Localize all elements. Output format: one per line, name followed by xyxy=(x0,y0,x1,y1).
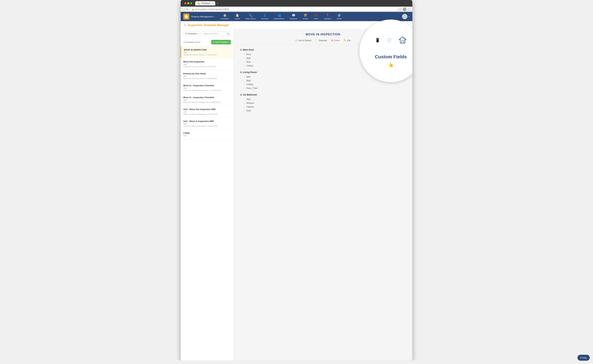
section-header: 3. 1st Bedroom xyxy=(240,93,406,96)
nav-item-assets[interactable]: 📦 Assets xyxy=(300,12,311,21)
dropdown-chevron-icon: ▾ xyxy=(198,33,199,35)
template-item[interactable]: Entered by Fine Home Unit Added By Fine … xyxy=(181,70,233,82)
nav-brand-chevron: ▾ xyxy=(213,16,214,18)
maximize-traffic-light[interactable] xyxy=(190,2,192,4)
edit-button[interactable]: ✏️ Edit xyxy=(344,39,350,42)
user-avatar[interactable] xyxy=(402,14,407,19)
refresh-button[interactable]: ↻ xyxy=(186,8,188,11)
traffic-lights xyxy=(183,1,194,6)
nav-item-leases[interactable]: 📋 Leases xyxy=(232,12,243,21)
bookmark-button[interactable]: ☆ xyxy=(399,8,401,11)
arrow-icon: → xyxy=(243,65,245,67)
help-icon: ℹ xyxy=(580,356,581,359)
item-label: Wall xyxy=(246,98,250,100)
template-item[interactable]: MOVE IN INSPECTION Unit Added By mohsin … xyxy=(181,46,233,58)
house-icon-button[interactable] xyxy=(395,34,410,46)
template-item[interactable]: Move In - Inspection Checklist Unit Adde… xyxy=(181,94,233,106)
use-as-default-button[interactable]: ☐ Use As Default xyxy=(295,39,311,42)
close-traffic-light[interactable] xyxy=(184,2,186,4)
svg-marker-2 xyxy=(399,37,406,43)
search-input[interactable] xyxy=(202,31,231,36)
delete-button[interactable]: 🗑 Delete xyxy=(331,39,340,42)
templates-count: 13 templates found xyxy=(183,41,200,43)
checkbox-icon: ☐ xyxy=(295,39,297,42)
profile-button[interactable] xyxy=(403,7,406,11)
back-button[interactable]: ‹ xyxy=(183,8,183,11)
section-items: →Wall→Window→Cabinet→Door xyxy=(240,98,406,112)
arrow-icon: → xyxy=(243,79,245,82)
nav-label-admin: Admin xyxy=(337,18,342,20)
nav-brand[interactable]: Property Management ▾ xyxy=(191,15,214,18)
right-content: MOVE IN INSPECTION ☐ Use As Default 📄 Du… xyxy=(234,29,412,360)
browser-menu-button[interactable]: ⋮ xyxy=(408,8,410,11)
mobile-icon: 📱 xyxy=(375,38,380,42)
nav-item-accounts[interactable]: 👤 Accounts xyxy=(258,12,271,21)
template-item[interactable]: Unit - Move Out Inspection-2BR Unit Adde… xyxy=(181,106,233,118)
item-label: Cabinet xyxy=(246,106,254,108)
add-template-button[interactable]: + Add Template ▾ xyxy=(211,40,231,45)
add-template-chevron-icon: ▾ xyxy=(228,41,229,43)
list-icon: ☰ xyxy=(184,24,186,27)
mobile-icon-button[interactable]: 📱 xyxy=(372,36,384,45)
template-name: Unit - Move Out Inspection-2BR xyxy=(183,108,231,110)
nav-item-properties[interactable]: 🏠 Properties xyxy=(218,12,232,21)
address-bar-row: ‹ › ↻ 🔒 pm.propspace.com/pm/inspections/… xyxy=(181,6,412,12)
custom-fields-label: Custom Fields xyxy=(375,54,407,59)
arrow-icon: → xyxy=(243,87,245,89)
main-layout: All Templates ▾ 🔍 13 templates found + A… xyxy=(181,29,412,360)
template-item[interactable]: Move In - Inspection Checklist Unit Adde… xyxy=(181,82,233,94)
new-tab-button[interactable]: + xyxy=(215,1,219,5)
template-item[interactable]: Unit - Move In Inspection-2BR Unit Added… xyxy=(181,118,233,130)
tab-favicon: 🏡 xyxy=(198,2,200,5)
help-button[interactable]: ℹ Help xyxy=(577,355,590,360)
template-name: MOVE IN INSPECTION xyxy=(184,49,231,51)
nav-item-work-orders[interactable]: 🔧 Work Orders xyxy=(243,12,258,21)
item-label: Door xyxy=(246,109,251,112)
item-label: Ceiling xyxy=(246,83,253,86)
document-icon-button[interactable]: 📄 xyxy=(384,36,395,45)
template-added: Added By mohsin mohsin on 07/11/2019 xyxy=(183,65,231,68)
duplicate-button[interactable]: 📄 Duplicate xyxy=(315,39,327,42)
top-nav: Property Management ▾ 🏠 Properties 📋 Lea… xyxy=(181,12,412,21)
item-label: Window xyxy=(246,102,254,104)
nav-label-analytics: Analytics xyxy=(324,18,331,20)
nav-item-admin[interactable]: ⚙️ Admin xyxy=(334,12,344,21)
leases-icon: 📋 xyxy=(236,13,239,17)
item-label: Wall xyxy=(246,57,250,59)
nav-item-stakeholders[interactable]: 👥 Stakeholders xyxy=(271,12,287,21)
duplicate-icon: 📄 xyxy=(315,39,318,42)
arrow-icon: → xyxy=(243,102,245,104)
section-item: →Floor / Tiles xyxy=(243,87,406,89)
template-type: Unit xyxy=(183,135,231,137)
section-item: →Door xyxy=(243,109,406,112)
item-label: Bulb xyxy=(246,79,251,82)
work-orders-icon: 🔧 xyxy=(249,13,252,17)
templates-filter-dropdown[interactable]: All Templates ▾ xyxy=(183,31,201,36)
template-type: Unit xyxy=(183,63,231,65)
template-list: MOVE IN INSPECTION Unit Added By mohsin … xyxy=(181,46,233,360)
template-item[interactable]: Move Out Inspection Unit Added By mohsin… xyxy=(181,58,233,70)
nav-item-work[interactable]: 💼 Work xyxy=(311,12,321,21)
template-type: Unit xyxy=(183,123,231,125)
assets-icon: 📦 xyxy=(304,13,307,17)
search-icon[interactable]: 🔍 xyxy=(227,32,229,35)
template-added: Added By Fine Fine Home on 02/04/2019 xyxy=(183,78,231,79)
active-browser-tab[interactable]: 🏡 PropSpace ✕ xyxy=(195,1,215,6)
template-added: Added By mohsin mohsin on 10/11/2019 xyxy=(184,54,231,56)
page-title: Inspection Template Manager xyxy=(188,23,229,27)
tab-close-button[interactable]: ✕ xyxy=(212,2,213,4)
item-label: Floor / Tiles xyxy=(246,87,257,89)
admin-icon: ⚙️ xyxy=(337,13,341,17)
template-added: Added By Marielle Mangaliman on 19/07/20… xyxy=(183,101,231,103)
nav-item-requests[interactable]: 💬 Requests xyxy=(287,12,300,21)
nav-label-assets: Assets xyxy=(303,18,308,20)
template-name: 2 BHK xyxy=(183,132,231,134)
nav-item-analytics[interactable]: 📍 Analytics xyxy=(321,12,334,21)
address-bar[interactable]: 🔒 pm.propspace.com/pm/inspections/16555 xyxy=(189,8,398,11)
template-item[interactable]: 2 BHK Unit xyxy=(181,130,233,139)
arrow-icon: → xyxy=(243,57,245,59)
forward-button[interactable]: › xyxy=(184,8,185,11)
minimize-traffic-light[interactable] xyxy=(187,2,189,4)
work-icon: 💼 xyxy=(314,13,318,17)
lock-icon: 🔒 xyxy=(192,8,194,10)
